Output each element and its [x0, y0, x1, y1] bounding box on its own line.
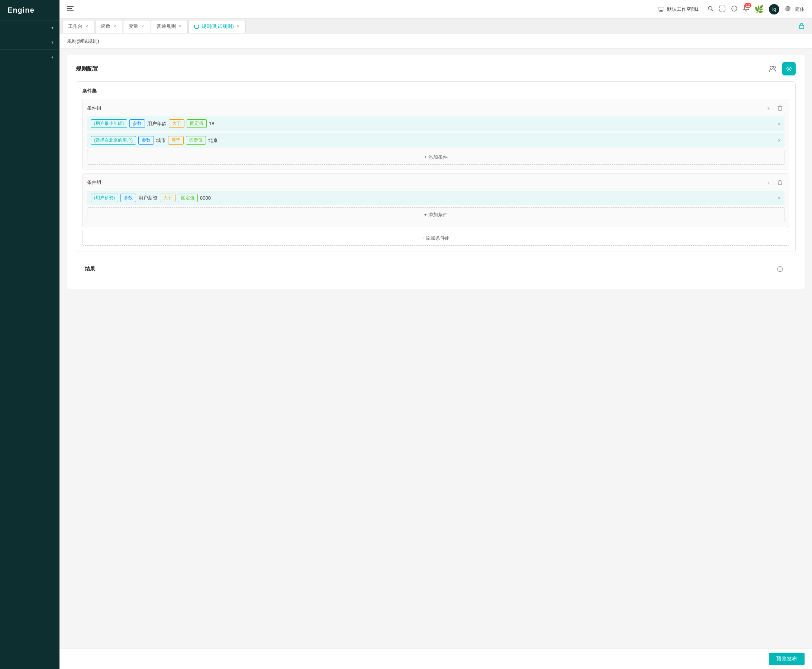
help-icon[interactable]: ?	[731, 5, 737, 13]
condition-2-op-tag[interactable]: 等于	[168, 136, 184, 145]
condition-set: 条件集 条件组 +	[76, 81, 796, 252]
condition-group-1-title: 条件组	[87, 105, 101, 111]
delete-group-1-btn[interactable]	[776, 104, 785, 113]
condition-row-3: (用户薪资) 参数 用户薪资 大于 固定值 8000 ×	[87, 191, 785, 205]
add-condition-in-group-2-btn[interactable]: +	[765, 178, 773, 187]
result-title: 结果	[85, 266, 95, 272]
tab-test-rule-label: 规则(测试规则)	[202, 23, 234, 30]
lock-icon[interactable]	[794, 22, 809, 30]
add-condition-group-1-btn[interactable]: + 添加条件	[87, 150, 785, 165]
condition-group-1-header: 条件组 +	[87, 104, 785, 113]
svg-rect-2	[67, 10, 74, 11]
condition-group-1: 条件组 + (	[82, 99, 789, 170]
tab-normal-rules-close[interactable]: ×	[178, 24, 182, 29]
add-group-label: + 添加条件组	[422, 235, 450, 242]
condition-2-close-btn[interactable]: ×	[778, 138, 781, 143]
sidebar-toggle-3[interactable]: ▴	[0, 50, 59, 64]
sidebar: Engine ▾ ▾ ▴	[0, 0, 59, 669]
tab-test-rule[interactable]: 规则(测试规则) ×	[189, 20, 246, 33]
globe-icon	[785, 6, 790, 13]
condition-1-value: 18	[209, 121, 214, 126]
tab-functions-close[interactable]: ×	[113, 24, 117, 29]
settings-icon-btn[interactable]	[782, 62, 796, 76]
tab-functions[interactable]: 函数 ×	[95, 20, 122, 33]
svg-rect-0	[67, 6, 74, 7]
condition-3-field: 用户薪资	[138, 195, 158, 202]
condition-3-param-tag[interactable]: 参数	[120, 193, 136, 202]
svg-line-7	[712, 10, 713, 11]
condition-group-2: 条件组 + (	[82, 173, 789, 227]
collaborators-icon-btn[interactable]	[766, 62, 779, 76]
topbar: 默认工作空间1 ? 12 🌿	[59, 0, 812, 18]
svg-point-22	[780, 267, 780, 268]
result-section: 结果	[76, 256, 796, 282]
add-condition-in-group-1-btn[interactable]: +	[765, 104, 773, 113]
language-selector[interactable]: 简体	[795, 6, 805, 13]
add-condition-group-btn[interactable]: + 添加条件组	[82, 231, 789, 245]
result-info-icon[interactable]	[773, 262, 787, 276]
bottombar: 预览发布	[59, 649, 812, 669]
tab-variables[interactable]: 变量 ×	[123, 20, 150, 33]
chevron-down-icon-2: ▾	[51, 40, 54, 45]
condition-3-type-tag[interactable]: 固定值	[178, 193, 198, 202]
notification-bell[interactable]: 12	[743, 5, 749, 13]
chevron-down-icon-1: ▾	[51, 25, 54, 30]
delete-group-2-btn[interactable]	[776, 178, 785, 187]
condition-2-type-tag[interactable]: 固定值	[186, 136, 206, 145]
condition-3-close-btn[interactable]: ×	[778, 195, 781, 201]
notification-badge: 12	[744, 3, 751, 8]
svg-point-17	[773, 66, 776, 68]
rule-config-card: 规则配置	[67, 55, 805, 289]
condition-2-param-tag[interactable]: 参数	[138, 136, 154, 145]
tab-normal-rules-label: 普通规则	[157, 23, 176, 30]
main-area: 默认工作空间1 ? 12 🌿	[59, 0, 812, 669]
svg-rect-3	[658, 7, 664, 10]
card-header: 规则配置	[76, 62, 796, 76]
condition-2-value: 北京	[208, 137, 218, 144]
fullscreen-icon[interactable]	[719, 5, 725, 13]
sidebar-toggle-2[interactable]: ▾	[0, 35, 59, 49]
condition-1-field: 用户年龄	[147, 120, 167, 127]
condition-row-2: (选择在北京的用户) 参数 城市 等于 固定值 北京 ×	[87, 133, 785, 148]
page-content: 规则配置	[59, 49, 812, 301]
add-condition-group-2-btn[interactable]: + 添加条件	[87, 207, 785, 222]
avatar[interactable]: lq	[769, 4, 779, 15]
condition-1-op-tag[interactable]: 大于	[169, 119, 184, 128]
tab-workbench-label: 工作台	[68, 23, 83, 30]
workspace-selector[interactable]: 默认工作空间1	[658, 6, 699, 13]
chevron-up-icon-3: ▴	[51, 54, 54, 59]
svg-rect-5	[659, 11, 663, 12]
svg-text:?: ?	[733, 7, 735, 11]
condition-3-ref-tag[interactable]: (用户薪资)	[91, 193, 118, 202]
tab-workbench[interactable]: 工作台 ×	[62, 20, 94, 33]
result-header: 结果	[85, 262, 787, 276]
tabbar: 工作台 × 函数 × 变量 × 普通规则 × 规则(测试规则) ×	[59, 18, 812, 34]
condition-1-type-tag[interactable]: 固定值	[187, 119, 207, 128]
breadcrumb-text: 规则(测试规则)	[67, 38, 99, 44]
condition-2-field: 城市	[156, 137, 166, 144]
menu-icon[interactable]	[67, 5, 74, 13]
tab-normal-rules[interactable]: 普通规则 ×	[151, 20, 188, 33]
condition-1-close-btn[interactable]: ×	[778, 121, 781, 127]
condition-group-2-actions: +	[765, 178, 785, 187]
condition-set-title: 条件集	[82, 88, 789, 94]
condition-group-2-title: 条件组	[87, 179, 101, 186]
condition-2-ref-tag[interactable]: (选择在北京的用户)	[91, 136, 136, 145]
loading-spinner-icon	[194, 24, 199, 29]
sidebar-toggle-1[interactable]: ▾	[0, 21, 59, 35]
leaf-icon: 🌿	[755, 5, 764, 14]
condition-1-ref-tag[interactable]: (用户最小年龄)	[91, 119, 127, 128]
condition-group-1-actions: +	[765, 104, 785, 113]
tab-workbench-close[interactable]: ×	[85, 24, 89, 29]
search-icon[interactable]	[708, 5, 713, 13]
condition-3-op-tag[interactable]: 大于	[160, 193, 175, 202]
svg-rect-4	[660, 10, 662, 11]
preview-publish-button[interactable]: 预览发布	[769, 653, 805, 665]
tab-variables-label: 变量	[129, 23, 138, 30]
app-logo: Engine	[0, 0, 59, 20]
tab-test-rule-close[interactable]: ×	[236, 24, 240, 29]
condition-1-param-tag[interactable]: 参数	[130, 119, 145, 128]
card-header-icons	[766, 62, 796, 76]
tab-variables-close[interactable]: ×	[140, 24, 145, 29]
svg-rect-1	[67, 8, 72, 9]
